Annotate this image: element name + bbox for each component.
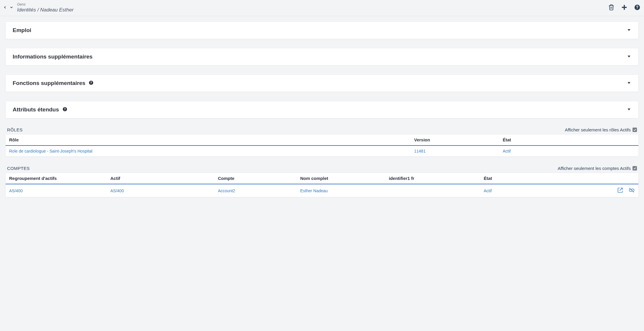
section-comptes: COMPTES Afficher seulement les comptes A… <box>5 166 639 198</box>
header-actions <box>608 4 640 11</box>
panel-header-infos[interactable]: Informations supplémentaires <box>6 48 638 65</box>
help-icon[interactable] <box>62 107 67 113</box>
roles-filter-checkbox[interactable] <box>633 128 637 132</box>
cell-ident <box>385 184 480 197</box>
caret-down-icon <box>627 28 631 33</box>
panel-emploi: Emploi <box>5 21 639 39</box>
caret-down-icon <box>627 54 631 60</box>
panel-title: Emploi <box>13 27 31 34</box>
svg-marker-5 <box>628 56 630 57</box>
svg-marker-4 <box>628 29 630 31</box>
roles-filter: Afficher seulement les rôles Actifs <box>565 127 637 132</box>
panel-title: Fonctions supplémentaires <box>13 80 94 86</box>
panel-header-fonctions[interactable]: Fonctions supplémentaires <box>6 75 638 92</box>
col-version[interactable]: Version <box>411 134 499 146</box>
panel-title: Informations supplémentaires <box>13 54 92 60</box>
cell-group[interactable]: AS/400 <box>6 184 107 197</box>
cell-etat[interactable]: Actif <box>499 146 638 157</box>
breadcrumb: Gens Identités / Nadeau Esther <box>17 2 74 13</box>
panel-attributs: Attributs étendus <box>5 101 639 118</box>
table-row[interactable]: Role de cardiologue - Saint-Joseph's Hos… <box>6 146 638 157</box>
col-group[interactable]: Regroupement d'actifs <box>6 173 107 184</box>
col-etat[interactable]: État <box>499 134 638 146</box>
panel-title-text: Fonctions supplémentaires <box>13 80 85 86</box>
nav-icons <box>2 5 14 11</box>
cell-actif[interactable]: AS/400 <box>107 184 215 197</box>
panel-fonctions: Fonctions supplémentaires <box>5 74 639 92</box>
plus-icon[interactable] <box>621 4 628 11</box>
cell-etat[interactable]: Actif <box>480 184 531 197</box>
roles-filter-label: Afficher seulement les rôles Actifs <box>565 127 631 132</box>
caret-down-icon <box>627 81 631 86</box>
help-icon[interactable] <box>89 80 94 86</box>
roles-table: Rôle Version État Role de cardiologue - … <box>5 134 639 157</box>
col-actif[interactable]: Actif <box>107 173 215 184</box>
panel-header-emploi[interactable]: Emploi <box>6 22 638 39</box>
cell-actions <box>531 184 639 197</box>
svg-marker-8 <box>628 82 630 84</box>
comptes-filter: Afficher seulement les comptes Actifs <box>558 166 637 171</box>
breadcrumb-path: Identités / Nadeau Esther <box>17 7 74 13</box>
cell-nom[interactable]: Esther Nadeau <box>297 184 385 197</box>
svg-point-7 <box>91 83 92 84</box>
caret-down-icon <box>627 107 631 113</box>
share-icon[interactable] <box>617 187 623 194</box>
chevron-down-icon[interactable] <box>9 5 14 11</box>
panel-title-text: Attributs étendus <box>13 106 59 113</box>
svg-marker-11 <box>628 108 630 110</box>
unlink-icon[interactable] <box>628 187 635 194</box>
cell-compte[interactable]: Account2 <box>215 184 297 197</box>
panel-header-attributs[interactable]: Attributs étendus <box>6 101 638 118</box>
col-compte[interactable]: Compte <box>215 173 297 184</box>
section-roles: RÔLES Afficher seulement les rôles Actif… <box>5 127 639 157</box>
col-role[interactable]: Rôle <box>6 134 411 146</box>
svg-rect-1 <box>622 7 627 8</box>
col-actions <box>531 173 639 184</box>
section-header-comptes: COMPTES Afficher seulement les comptes A… <box>5 166 639 173</box>
panel-infos: Informations supplémentaires <box>5 48 639 66</box>
help-icon[interactable] <box>634 4 640 11</box>
back-icon[interactable] <box>2 5 8 11</box>
section-title: RÔLES <box>7 127 23 132</box>
cell-role[interactable]: Role de cardiologue - Saint-Joseph's Hos… <box>6 146 411 157</box>
svg-line-12 <box>630 188 634 193</box>
comptes-filter-checkbox[interactable] <box>633 166 637 170</box>
cell-version[interactable]: 11481 <box>411 146 499 157</box>
col-nom[interactable]: Nom complet <box>297 173 385 184</box>
trash-icon[interactable] <box>608 4 615 11</box>
content-area: Emploi Informations supplémentaires Fonc… <box>0 16 644 212</box>
svg-point-10 <box>64 110 65 111</box>
panel-title: Attributs étendus <box>13 106 67 113</box>
svg-point-3 <box>637 8 637 9</box>
comptes-filter-label: Afficher seulement les comptes Actifs <box>558 166 631 171</box>
col-ident[interactable]: identifier1 fr <box>385 173 480 184</box>
section-header-roles: RÔLES Afficher seulement les rôles Actif… <box>5 127 639 134</box>
table-row[interactable]: AS/400 AS/400 Account2 Esther Nadeau Act… <box>6 184 638 197</box>
breadcrumb-category: Gens <box>17 2 74 7</box>
col-etat[interactable]: État <box>480 173 531 184</box>
section-title: COMPTES <box>7 166 30 171</box>
comptes-table: Regroupement d'actifs Actif Compte Nom c… <box>5 173 639 198</box>
top-bar: Gens Identités / Nadeau Esther <box>0 0 644 16</box>
